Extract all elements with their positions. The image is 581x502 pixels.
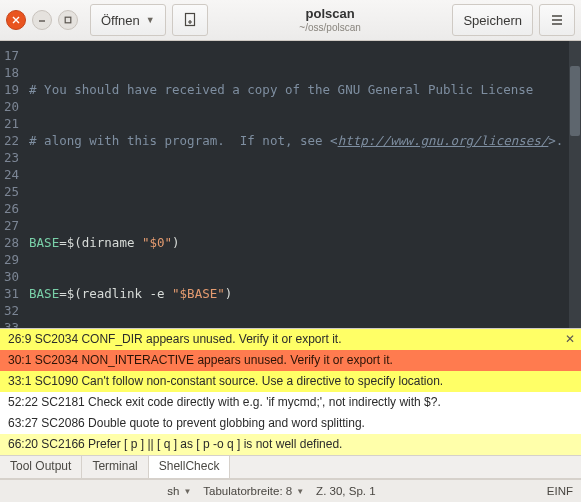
tab-width-label: Tabulatorbreite: 8 [203, 485, 292, 497]
warning-row[interactable]: 66:20 SC2166 Prefer [ p ] || [ q ] as [ … [0, 434, 581, 455]
code-line [29, 183, 581, 200]
language-selector[interactable]: sh ▼ [167, 485, 191, 497]
warning-row[interactable]: 30:1 SC2034 NON_INTERACTIVE appears unus… [0, 350, 581, 371]
bottom-tabs: Tool Output Terminal ShellCheck [0, 455, 581, 479]
tab-width-selector[interactable]: Tabulatorbreite: 8 ▼ [203, 485, 304, 497]
new-document-icon [182, 12, 198, 28]
code-line: BASE=$(dirname "$0") [29, 234, 581, 251]
minimize-window-button[interactable] [32, 10, 52, 30]
save-button[interactable]: Speichern [452, 4, 533, 36]
maximize-window-button[interactable] [58, 10, 78, 30]
code-line: BASE=$(readlink -e "$BASE") [29, 285, 581, 302]
warning-row[interactable]: 52:22 SC2181 Check exit code directly wi… [0, 392, 581, 413]
window-controls [6, 10, 78, 30]
scrollbar-thumb[interactable] [570, 66, 580, 136]
tab-terminal[interactable]: Terminal [82, 456, 148, 478]
code-line: # You should have received a copy of the… [29, 81, 581, 98]
warning-row[interactable]: 33:1 SC1090 Can't follow non-constant so… [0, 371, 581, 392]
language-label: sh [167, 485, 179, 497]
line-number-gutter: 1718192021222324252627282930313233343536 [0, 41, 25, 328]
code-editor[interactable]: 1718192021222324252627282930313233343536… [0, 41, 581, 328]
status-bar: sh ▼ Tabulatorbreite: 8 ▼ Z. 30, Sp. 1 E… [0, 479, 581, 502]
save-button-label: Speichern [463, 13, 522, 28]
chevron-down-icon: ▼ [183, 487, 191, 496]
new-document-button[interactable] [172, 4, 208, 36]
cursor-position[interactable]: Z. 30, Sp. 1 [316, 485, 375, 497]
hamburger-menu-button[interactable] [539, 4, 575, 36]
close-icon[interactable]: ✕ [565, 332, 575, 346]
tab-tool-output[interactable]: Tool Output [0, 456, 82, 478]
document-title: polscan [214, 7, 447, 22]
svg-rect-0 [65, 17, 71, 23]
vertical-scrollbar[interactable] [569, 41, 581, 328]
titlebar: Öffnen ▼ polscan ~/oss/polscan Speichern [0, 0, 581, 41]
tab-shellcheck[interactable]: ShellCheck [149, 455, 231, 478]
code-area[interactable]: # You should have received a copy of the… [25, 41, 581, 328]
document-path: ~/oss/polscan [214, 22, 447, 34]
close-window-button[interactable] [6, 10, 26, 30]
hamburger-icon [550, 13, 564, 27]
insert-mode[interactable]: EINF [547, 485, 573, 497]
chevron-down-icon: ▼ [296, 487, 304, 496]
open-button[interactable]: Öffnen ▼ [90, 4, 166, 36]
open-button-label: Öffnen [101, 13, 140, 28]
code-line: # along with this program. If not, see <… [29, 132, 581, 149]
warning-row[interactable]: 26:9 SC2034 CONF_DIR appears unused. Ver… [0, 329, 581, 350]
shellcheck-panel: ✕ 26:9 SC2034 CONF_DIR appears unused. V… [0, 328, 581, 455]
warning-row[interactable]: 63:27 SC2086 Double quote to prevent glo… [0, 413, 581, 434]
title-area: polscan ~/oss/polscan [214, 7, 447, 33]
chevron-down-icon: ▼ [146, 15, 155, 25]
